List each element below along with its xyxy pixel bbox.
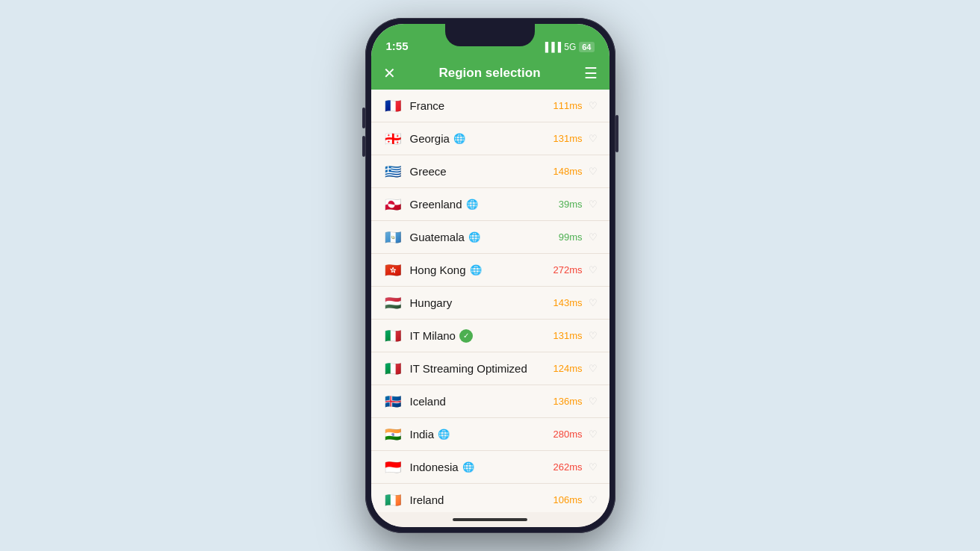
flag-icon: 🇫🇷	[383, 99, 403, 113]
latency-value: 136ms	[553, 396, 582, 407]
country-name: IT Streaming Optimized	[410, 362, 553, 375]
close-button[interactable]: ✕	[383, 64, 396, 82]
phone-screen: 1:55 ▐▐▐ 5G 64 ✕ Region selection ☰ 🇫🇷Fr…	[371, 24, 610, 527]
vol-down-button	[362, 136, 365, 157]
network-type: 5G	[564, 42, 576, 52]
connected-icon: ✓	[459, 329, 473, 343]
country-name: Hong Kong🌐	[410, 264, 553, 276]
notch	[445, 24, 535, 46]
list-item[interactable]: 🇬🇱Greenland🌐39ms♡	[371, 188, 610, 221]
flag-icon: 🇬🇪	[383, 132, 403, 146]
globe-icon: 🌐	[438, 429, 450, 440]
home-indicator	[371, 512, 610, 527]
list-item[interactable]: 🇭🇰Hong Kong🌐272ms♡	[371, 254, 610, 287]
status-icons: ▐▐▐ 5G 64	[542, 42, 595, 52]
battery-icon: 64	[579, 42, 594, 52]
flag-icon: 🇮🇹	[383, 329, 403, 343]
list-item[interactable]: 🇬🇷Greece148ms♡	[371, 155, 610, 188]
flag-icon: 🇮🇹	[383, 362, 403, 376]
country-name: Greenland🌐	[410, 198, 556, 211]
favorite-icon[interactable]: ♡	[589, 264, 598, 276]
favorite-icon[interactable]: ♡	[589, 231, 598, 243]
list-item[interactable]: 🇭🇺Hungary143ms♡	[371, 287, 610, 320]
favorite-icon[interactable]: ♡	[589, 330, 598, 341]
latency-value: 280ms	[553, 429, 582, 440]
home-bar	[453, 518, 527, 521]
header: ✕ Region selection ☰	[371, 57, 610, 90]
country-name: IT Milano✓	[410, 329, 553, 343]
flag-icon: 🇮🇪	[383, 494, 403, 507]
globe-icon: 🌐	[470, 264, 482, 276]
country-name: Georgia🌐	[410, 132, 553, 145]
country-name: Guatemala🌐	[410, 231, 556, 243]
country-name: Hungary	[410, 296, 553, 309]
filter-button[interactable]: ☰	[584, 64, 598, 82]
latency-value: 99ms	[556, 231, 583, 243]
favorite-icon[interactable]: ♡	[589, 199, 598, 210]
latency-value: 111ms	[553, 100, 582, 111]
flag-icon: 🇮🇳	[383, 428, 403, 441]
flag-icon: 🇬🇷	[383, 165, 403, 178]
latency-value: 272ms	[553, 264, 582, 276]
latency-value: 148ms	[553, 166, 582, 177]
header-title: Region selection	[438, 66, 540, 81]
status-time: 1:55	[386, 40, 409, 52]
favorite-icon[interactable]: ♡	[589, 297, 598, 308]
favorite-icon[interactable]: ♡	[589, 494, 598, 505]
globe-icon: 🌐	[468, 231, 480, 243]
latency-value: 131ms	[553, 330, 582, 341]
favorite-icon[interactable]: ♡	[589, 396, 598, 407]
favorite-icon[interactable]: ♡	[589, 461, 598, 473]
latency-value: 106ms	[553, 494, 582, 505]
country-list[interactable]: 🇫🇷France111ms♡🇬🇪Georgia🌐131ms♡🇬🇷Greece14…	[371, 90, 610, 512]
list-item[interactable]: 🇮🇹IT Milano✓131ms♡	[371, 320, 610, 352]
favorite-icon[interactable]: ♡	[589, 429, 598, 440]
list-item[interactable]: 🇮🇪Ireland106ms♡	[371, 484, 610, 512]
list-item[interactable]: 🇮🇳India🌐280ms♡	[371, 418, 610, 451]
list-item[interactable]: 🇮🇹IT Streaming Optimized124ms♡	[371, 352, 610, 385]
latency-value: 262ms	[553, 461, 582, 473]
latency-value: 124ms	[553, 363, 582, 374]
flag-icon: 🇬🇹	[383, 231, 403, 244]
country-name: Greece	[410, 165, 553, 178]
favorite-icon[interactable]: ♡	[589, 363, 598, 374]
signal-icon: ▐▐▐	[542, 42, 562, 52]
vol-up-button	[362, 108, 365, 128]
latency-value: 131ms	[553, 133, 582, 144]
list-item[interactable]: 🇮🇩Indonesia🌐262ms♡	[371, 451, 610, 484]
flag-icon: 🇮🇩	[383, 461, 403, 474]
favorite-icon[interactable]: ♡	[589, 100, 598, 111]
country-name: France	[410, 99, 553, 112]
country-name: Indonesia🌐	[410, 461, 553, 473]
flag-icon: 🇮🇸	[383, 395, 403, 408]
country-name: Iceland	[410, 395, 553, 408]
list-item[interactable]: 🇮🇸Iceland136ms♡	[371, 385, 610, 418]
favorite-icon[interactable]: ♡	[589, 166, 598, 177]
country-name: Ireland	[410, 494, 553, 506]
globe-icon: 🌐	[453, 133, 465, 144]
flag-icon: 🇬🇱	[383, 198, 403, 211]
country-name: India🌐	[410, 428, 553, 441]
flag-icon: 🇭🇺	[383, 296, 403, 310]
status-bar: 1:55 ▐▐▐ 5G 64	[371, 24, 610, 57]
phone-frame: 1:55 ▐▐▐ 5G 64 ✕ Region selection ☰ 🇫🇷Fr…	[365, 18, 615, 533]
favorite-icon[interactable]: ♡	[589, 133, 598, 144]
globe-icon: 🌐	[462, 461, 474, 473]
latency-value: 143ms	[553, 297, 582, 308]
list-item[interactable]: 🇫🇷France111ms♡	[371, 90, 610, 122]
list-item[interactable]: 🇬🇹Guatemala🌐99ms♡	[371, 221, 610, 254]
power-button	[615, 115, 618, 152]
globe-icon: 🌐	[466, 199, 478, 210]
flag-icon: 🇭🇰	[383, 264, 403, 277]
list-item[interactable]: 🇬🇪Georgia🌐131ms♡	[371, 122, 610, 155]
latency-value: 39ms	[556, 199, 583, 210]
